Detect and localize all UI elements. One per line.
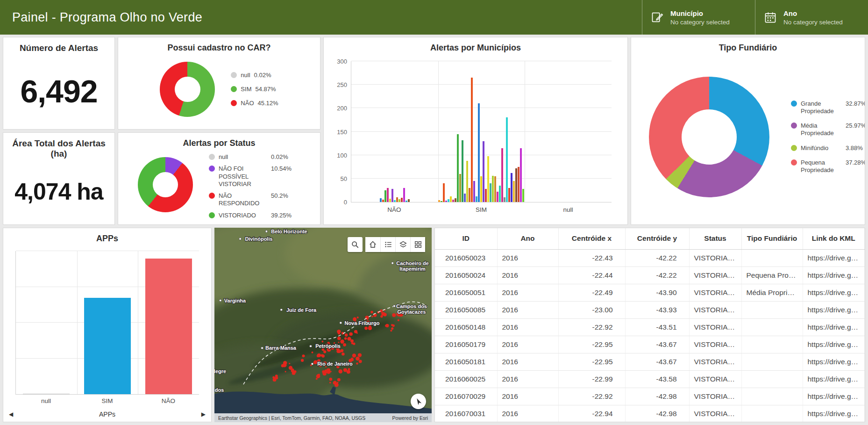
bar[interactable]	[522, 189, 524, 202]
alert-polygon[interactable]	[322, 341, 324, 343]
alert-polygon[interactable]	[357, 317, 359, 318]
bar[interactable]	[455, 198, 456, 202]
bar[interactable]	[401, 198, 403, 202]
map-basemap-button[interactable]	[410, 237, 425, 252]
bar[interactable]	[396, 197, 398, 202]
bar[interactable]	[494, 176, 496, 202]
alert-polygon[interactable]	[342, 353, 345, 356]
bar-NÃO[interactable]	[145, 259, 192, 394]
alert-polygon[interactable]	[356, 362, 358, 365]
alert-polygon[interactable]	[312, 352, 313, 353]
bar[interactable]	[459, 174, 461, 202]
alert-polygon[interactable]	[353, 343, 355, 345]
alert-polygon[interactable]	[323, 350, 326, 353]
alert-polygon[interactable]	[319, 374, 320, 375]
municipios-plot[interactable]: 050100150200250300	[351, 61, 612, 202]
kml-link[interactable]: https://drive.go…	[803, 318, 865, 336]
alert-polygon[interactable]	[301, 359, 304, 362]
kml-link[interactable]: https://drive.go…	[803, 267, 865, 284]
alert-polygon[interactable]	[292, 368, 294, 371]
kml-link[interactable]: https://drive.go…	[803, 370, 865, 388]
map-legend-button[interactable]	[380, 237, 395, 252]
alert-polygon[interactable]	[330, 371, 332, 372]
alert-polygon[interactable]	[322, 370, 325, 373]
alert-polygon[interactable]	[321, 354, 324, 356]
alert-polygon[interactable]	[274, 377, 276, 380]
scroll-left-arrow[interactable]: ◀	[9, 411, 13, 418]
alert-polygon[interactable]	[339, 369, 343, 374]
bar[interactable]	[518, 167, 519, 202]
bar[interactable]	[513, 181, 515, 202]
bar[interactable]	[389, 199, 391, 202]
alert-polygon[interactable]	[347, 337, 351, 340]
alert-polygon[interactable]	[390, 330, 392, 331]
alert-polygon[interactable]	[370, 311, 373, 314]
bar[interactable]	[406, 201, 407, 202]
alert-polygon[interactable]	[354, 330, 357, 333]
bar[interactable]	[448, 199, 449, 202]
alert-polygon[interactable]	[337, 337, 341, 340]
alert-polygon[interactable]	[283, 361, 287, 365]
map-compass[interactable]	[411, 394, 426, 409]
bar[interactable]	[464, 194, 466, 202]
alert-polygon[interactable]	[336, 349, 340, 353]
bar[interactable]	[478, 103, 480, 202]
alert-polygon[interactable]	[318, 354, 320, 357]
status-donut-chart[interactable]	[138, 157, 193, 212]
bar[interactable]	[452, 200, 454, 202]
alert-polygon[interactable]	[359, 360, 362, 363]
bar[interactable]	[499, 186, 501, 202]
column-header-link-do-kml[interactable]: Link do KML	[803, 228, 865, 249]
bar[interactable]	[520, 148, 522, 202]
bar[interactable]	[483, 141, 484, 202]
kml-link[interactable]: https://drive.go…	[803, 336, 865, 353]
alert-polygon[interactable]	[348, 368, 350, 370]
alert-polygon[interactable]	[338, 342, 340, 343]
bar[interactable]	[480, 176, 482, 202]
alert-polygon[interactable]	[289, 363, 290, 364]
alert-polygon[interactable]	[329, 378, 332, 381]
bar[interactable]	[492, 176, 494, 202]
kml-link[interactable]: https://drive.go…	[803, 249, 865, 267]
bar[interactable]	[504, 197, 505, 202]
bar[interactable]	[384, 190, 386, 202]
alert-polygon[interactable]	[341, 341, 343, 343]
alert-polygon[interactable]	[313, 361, 317, 364]
alert-polygon[interactable]	[358, 353, 362, 357]
alert-polygon[interactable]	[356, 357, 360, 361]
bar[interactable]	[466, 161, 468, 202]
bar[interactable]	[485, 189, 487, 202]
bar[interactable]	[515, 168, 517, 202]
apps-plot[interactable]	[15, 251, 199, 395]
map-home-button[interactable]	[365, 237, 380, 252]
column-header-status[interactable]: Status	[689, 228, 741, 249]
alert-polygon[interactable]	[398, 319, 399, 321]
alert-polygon[interactable]	[329, 382, 331, 384]
alert-polygon[interactable]	[354, 317, 356, 318]
column-header-centr-ide-x[interactable]: Centróide x	[558, 228, 625, 249]
alert-polygon[interactable]	[344, 337, 347, 340]
kml-link[interactable]: https://drive.go…	[803, 405, 865, 422]
car-donut-chart[interactable]	[160, 62, 215, 117]
alert-polygon[interactable]	[316, 378, 318, 380]
bar[interactable]	[487, 156, 489, 202]
bar[interactable]	[441, 201, 442, 202]
bar[interactable]	[457, 134, 459, 202]
bar[interactable]	[443, 183, 445, 202]
map-search-button[interactable]	[348, 237, 363, 252]
bar[interactable]	[382, 200, 384, 202]
bar[interactable]	[403, 188, 405, 202]
kml-link[interactable]: https://drive.go…	[803, 301, 865, 318]
alert-polygon[interactable]	[383, 313, 386, 316]
column-header-tipo-fundi-rio[interactable]: Tipo Fundiário	[741, 228, 803, 249]
alert-polygon[interactable]	[347, 370, 350, 374]
alert-polygon[interactable]	[349, 332, 353, 336]
bar-null[interactable]	[23, 394, 70, 394]
column-header-id[interactable]: ID	[435, 228, 497, 249]
bar[interactable]	[380, 198, 382, 202]
bar[interactable]	[469, 188, 470, 202]
map-panel[interactable]: Belo HorizonteDivinópolisCachoeiro deIta…	[214, 228, 432, 422]
ano-selector[interactable]: Ano No category selected	[755, 0, 868, 35]
bar[interactable]	[511, 173, 512, 202]
scroll-right-arrow[interactable]: ▶	[201, 411, 206, 418]
